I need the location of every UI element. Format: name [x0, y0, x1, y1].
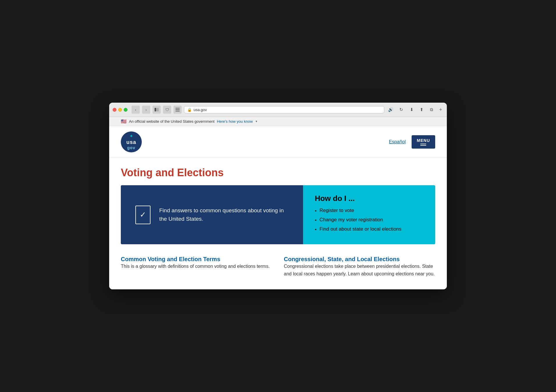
page-content: 🇺🇸 An official website of the United Sta… [109, 117, 447, 289]
url-text: usa.gov [194, 108, 207, 112]
hamburger-button[interactable] [173, 106, 182, 114]
menu-line-2 [420, 145, 426, 146]
logo-gov-text: gov [127, 145, 135, 150]
lock-icon: 🔒 [187, 108, 192, 112]
forward-button[interactable]: › [142, 106, 150, 114]
voting-terms-link[interactable]: Common Voting and Election Terms [121, 256, 220, 262]
main-content: Voting and Elections ✓ Find answers to c… [109, 158, 447, 289]
menu-button[interactable]: MENU [412, 135, 435, 149]
congressional-elections-link[interactable]: Congressional, State, and Local Election… [284, 256, 400, 262]
register-to-vote-link[interactable]: Register to vote [319, 208, 354, 213]
congressional-elections-description: Congressional elections take place betwe… [284, 263, 435, 277]
menu-line-1 [420, 144, 426, 144]
svg-rect-4 [176, 111, 180, 111]
change-registration-link[interactable]: Change my voter registration [319, 217, 383, 223]
svg-rect-2 [176, 108, 180, 108]
new-tab-button[interactable]: + [438, 107, 443, 113]
close-button[interactable] [113, 108, 116, 112]
browser-window: ‹ › 🛡 🔒 usa.gov 🔊 [109, 103, 447, 289]
how-do-i-heading: How do I ... [315, 194, 424, 203]
audio-button[interactable]: 🔊 [387, 106, 395, 114]
svg-rect-1 [157, 108, 159, 111]
maximize-button[interactable] [124, 108, 128, 112]
sidebar-icon [154, 107, 159, 112]
cards-section: Common Voting and Election Terms This is… [121, 256, 435, 277]
hero-banner: ✓ Find answers to common questions about… [121, 185, 435, 244]
chevron-down-icon: ▾ [256, 120, 257, 123]
list-item-register: Register to vote [315, 208, 424, 213]
reload-button[interactable]: ↻ [397, 106, 405, 114]
hamburger-icon [176, 108, 180, 111]
forward-icon: › [146, 108, 147, 112]
how-do-i-list: Register to vote Change my voter registr… [315, 208, 424, 232]
site-header: ✦ usa gov Español MENU [109, 126, 447, 158]
download-button[interactable]: ⬇ [408, 106, 416, 114]
svg-rect-3 [176, 109, 180, 110]
sidebar-button[interactable] [153, 106, 161, 114]
address-bar[interactable]: 🔒 usa.gov [184, 106, 384, 113]
toolbar-icons: ⬇ ⬆ ⧉ [408, 106, 435, 114]
card-congressional-elections: Congressional, State, and Local Election… [284, 256, 435, 277]
browser-toolbar: ‹ › 🛡 🔒 usa.gov 🔊 [109, 103, 447, 117]
card-voting-terms: Common Voting and Election Terms This is… [121, 256, 272, 277]
menu-lines [420, 144, 426, 146]
usagov-logo[interactable]: ✦ usa gov [121, 131, 142, 152]
reload-icon: ↻ [399, 107, 403, 112]
local-elections-link[interactable]: Find out about state or local elections [319, 226, 401, 232]
espanol-link[interactable]: Español [389, 139, 406, 145]
audio-icon: 🔊 [388, 107, 394, 112]
share-button[interactable]: ⬆ [417, 106, 426, 114]
check-icon: ✓ [140, 210, 146, 219]
hero-description: Find answers to common questions about v… [159, 206, 288, 223]
menu-label: MENU [417, 138, 430, 143]
star-icon: ✦ [130, 134, 133, 139]
hero-left-panel: ✓ Find answers to common questions about… [121, 185, 303, 244]
flag-icon: 🇺🇸 [121, 119, 127, 124]
ballot-icon: ✓ [135, 206, 150, 224]
list-item-change-registration: Change my voter registration [315, 217, 424, 223]
hero-right-panel: How do I ... Register to vote Change my … [303, 185, 435, 244]
tabs-button[interactable]: ⧉ [427, 106, 435, 114]
shield-button[interactable]: 🛡 [163, 106, 171, 114]
voting-terms-description: This is a glossary with definitions of c… [121, 263, 272, 270]
svg-rect-0 [155, 108, 156, 111]
page-title: Voting and Elections [121, 167, 435, 179]
back-icon: ‹ [135, 108, 136, 112]
gov-banner: 🇺🇸 An official website of the United Sta… [109, 117, 447, 126]
back-button[interactable]: ‹ [132, 106, 140, 114]
header-right: Español MENU [389, 135, 435, 149]
shield-icon: 🛡 [165, 108, 169, 112]
heres-how-you-know-link[interactable]: Here's how you know [217, 119, 253, 124]
traffic-lights [113, 108, 128, 112]
minimize-button[interactable] [118, 108, 122, 112]
list-item-local-elections: Find out about state or local elections [315, 226, 424, 232]
gov-banner-text: An official website of the United States… [129, 119, 215, 124]
logo-usa-text: usa [126, 139, 136, 146]
